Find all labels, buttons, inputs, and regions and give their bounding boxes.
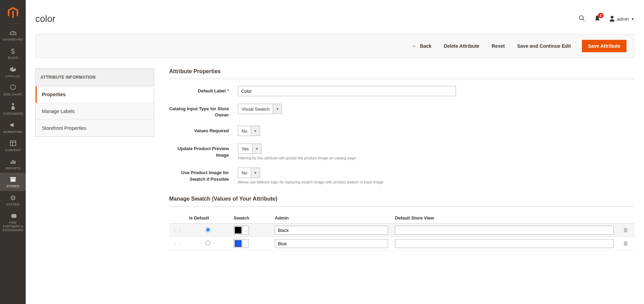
form-section-title: Attribute Properties xyxy=(169,68,634,79)
swatch-color xyxy=(235,227,242,234)
hexagon-icon xyxy=(10,84,16,91)
label-default-label: Default Label* xyxy=(169,86,238,94)
chevron-down-icon: ↓ xyxy=(242,239,248,248)
drag-handle-icon[interactable]: ⋮⋮ xyxy=(173,241,182,246)
swatch-row: ⋮⋮ ↓ 🗑 xyxy=(169,224,634,237)
tab-manage-labels[interactable]: Manage Labels xyxy=(36,103,154,120)
label-input-type: Catalog Input Type for Store Owner xyxy=(169,104,238,118)
action-bar: ← Back Delete Attribute Reset Save and C… xyxy=(35,34,634,58)
swatch-picker[interactable]: ↓ xyxy=(234,226,249,235)
dashboard-icon xyxy=(9,29,17,36)
save-attribute-button[interactable]: Save Attribute xyxy=(582,40,627,52)
input-admin-value[interactable] xyxy=(275,239,388,248)
radio-is-default[interactable] xyxy=(206,241,210,246)
nav-customers[interactable]: CUSTOMERS xyxy=(0,99,26,119)
page-title: color xyxy=(35,14,56,24)
partners-icon xyxy=(10,213,16,219)
bar-chart-icon xyxy=(10,158,16,165)
nav-sales[interactable]: $ SALES xyxy=(0,44,26,63)
megaphone-icon xyxy=(10,122,16,129)
person-icon xyxy=(11,103,15,111)
svg-line-0 xyxy=(13,32,15,34)
store-icon xyxy=(10,176,16,183)
input-admin-value[interactable] xyxy=(275,226,388,235)
admin-sidebar: DASHBOARD $ SALES CATALOG SIZE CHART CUS… xyxy=(0,0,26,264)
nav-catalog[interactable]: CATALOG xyxy=(0,63,26,81)
arrow-left-icon: ← xyxy=(412,43,417,49)
svg-line-9 xyxy=(583,19,584,21)
svg-rect-6 xyxy=(12,160,14,164)
user-icon xyxy=(609,15,615,23)
swatch-color xyxy=(235,240,242,247)
trash-icon[interactable]: 🗑 xyxy=(623,227,629,233)
user-menu[interactable]: admin ▼ xyxy=(609,15,634,23)
notifications-icon[interactable]: 2 xyxy=(594,15,600,23)
gear-icon: ⚙ xyxy=(10,194,16,201)
nav-partners[interactable]: FIND PARTNERS & EXTENSIONS xyxy=(0,209,26,235)
col-swatch: Swatch xyxy=(230,213,271,224)
chevron-down-icon: ▼ xyxy=(273,104,282,114)
trash-icon[interactable]: 🗑 xyxy=(623,240,629,246)
label-values-required: Values Required xyxy=(169,126,238,134)
notif-badge: 2 xyxy=(598,13,604,18)
svg-rect-5 xyxy=(10,161,12,164)
drag-handle-icon[interactable]: ⋮⋮ xyxy=(173,227,182,233)
search-icon[interactable] xyxy=(578,15,585,23)
col-is-default: Is Default xyxy=(186,213,230,224)
chevron-down-icon: ▼ xyxy=(252,144,261,154)
tab-properties[interactable]: Properties xyxy=(36,86,154,103)
col-default-store: Default Store View xyxy=(391,213,617,224)
nav-reports[interactable]: REPORTS xyxy=(0,155,26,173)
box-icon xyxy=(10,66,16,73)
svg-rect-2 xyxy=(10,141,16,146)
tab-list: Properties Manage Labels Storefront Prop… xyxy=(35,86,154,137)
chevron-down-icon: ▼ xyxy=(251,168,260,178)
nav-marketing[interactable]: MARKETING xyxy=(0,119,26,137)
help-use-product-image: Allows use fallback logic for replacing … xyxy=(238,180,634,184)
label-update-preview: Update Product Preview Image xyxy=(169,144,238,158)
radio-is-default[interactable] xyxy=(206,227,210,232)
select-values-required[interactable]: No ▼ xyxy=(238,126,260,136)
swatch-table: Is Default Swatch Admin Default Store Vi… xyxy=(169,213,634,250)
swatch-picker[interactable]: ↓ xyxy=(234,239,249,248)
nav-sizechart[interactable]: SIZE CHART xyxy=(0,81,26,99)
tabs-header: ATTRIBUTE INFORMATION xyxy=(35,68,154,86)
magento-logo[interactable] xyxy=(7,6,20,19)
label-use-product-image: Use Product Image for Swatch if Possible xyxy=(169,168,238,182)
chevron-down-icon: ↓ xyxy=(242,226,248,234)
nav-content[interactable]: CONTENT xyxy=(0,137,26,155)
nav-system[interactable]: ⚙ SYSTEM xyxy=(0,191,26,209)
input-default-label[interactable] xyxy=(238,86,456,96)
help-update-preview: Filtering by this attribute will update … xyxy=(238,156,634,160)
tab-storefront-properties[interactable]: Storefront Properties xyxy=(36,120,154,136)
nav-stores[interactable]: STORES xyxy=(0,173,26,191)
select-use-product-image[interactable]: No ▼ xyxy=(238,168,260,178)
caret-down-icon: ▼ xyxy=(631,17,634,21)
col-admin: Admin xyxy=(271,213,391,224)
delete-attribute-button[interactable]: Delete Attribute xyxy=(442,41,481,52)
select-update-preview[interactable]: Yes ▼ xyxy=(238,144,261,154)
svg-point-1 xyxy=(12,103,14,105)
save-continue-button[interactable]: Save and Continue Edit xyxy=(516,41,572,52)
nav-dashboard[interactable]: DASHBOARD xyxy=(0,26,26,44)
swatch-row: ⋮⋮ ↓ 🗑 xyxy=(169,237,634,250)
dollar-icon: $ xyxy=(11,48,15,55)
svg-point-8 xyxy=(579,16,583,20)
chevron-down-icon: ▼ xyxy=(251,126,260,136)
svg-rect-7 xyxy=(14,161,15,164)
reset-button[interactable]: Reset xyxy=(490,41,506,52)
input-store-value[interactable] xyxy=(395,239,614,248)
swatch-section-title: Manage Swatch (Values of Your Attribute) xyxy=(169,196,634,206)
svg-point-10 xyxy=(611,16,613,19)
layout-icon xyxy=(10,140,16,147)
input-store-value[interactable] xyxy=(395,226,614,235)
username: admin xyxy=(617,16,629,22)
back-button[interactable]: ← Back xyxy=(410,40,433,52)
select-input-type[interactable]: Visual Swatch ▼ xyxy=(238,104,282,114)
